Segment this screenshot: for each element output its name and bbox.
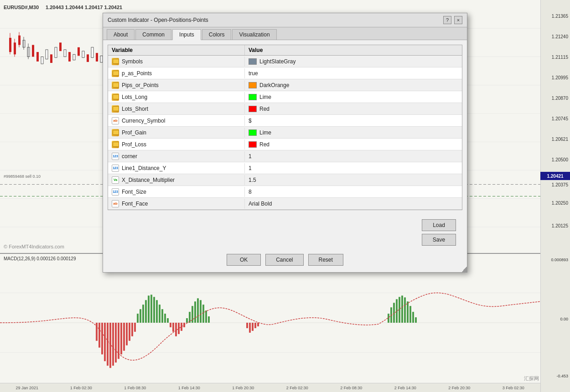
- table-row[interactable]: ab Font_Face Arial Bold: [108, 198, 462, 210]
- table-row[interactable]: Prof_Gain Lime: [108, 127, 462, 139]
- tab-visualization[interactable]: Visualization: [232, 29, 276, 40]
- row-val-distance-y: 1: [245, 164, 462, 173]
- val-text: LightSlateGray: [259, 58, 295, 65]
- table-row[interactable]: 123 Font_Size 8: [108, 186, 462, 198]
- table-row[interactable]: Lots_Long Lime: [108, 91, 462, 103]
- row-var-lots-long: Lots_Long: [108, 92, 245, 102]
- table-header: Variable Value: [108, 45, 462, 56]
- val-text: $: [249, 118, 252, 124]
- folder-icon: [112, 93, 119, 101]
- var-label: Line1_Distance_Y: [122, 165, 166, 171]
- val-text: 1: [249, 165, 252, 171]
- row-val-corner: 1: [245, 152, 462, 161]
- val-text: Red: [259, 141, 269, 148]
- indicator-dialog: Custom Indicator - Open-Positions-Points…: [103, 13, 467, 273]
- val-text: 1: [249, 153, 252, 160]
- folder-icon: [112, 58, 119, 65]
- ok-button[interactable]: OK: [227, 254, 261, 266]
- tab-bar: About Common Inputs Colors Visualization: [103, 27, 467, 40]
- val-text: Arial Bold: [249, 201, 272, 207]
- load-save-buttons: Load Save: [422, 219, 456, 246]
- action-buttons-row: OK Cancel Reset: [103, 250, 467, 272]
- table-row[interactable]: Va X_Distance_Multiplier 1.5: [108, 174, 462, 186]
- huitong-watermark: 汇探网: [524, 375, 539, 382]
- tab-colors[interactable]: Colors: [202, 29, 232, 40]
- dialog-overlay: Custom Indicator - Open-Positions-Points…: [0, 0, 570, 392]
- var-label: Font_Size: [122, 189, 146, 195]
- var-label: X_Distance_Multiplier: [122, 177, 175, 183]
- table-row[interactable]: ab Currency_Symbol $: [108, 115, 462, 127]
- var-label: Prof_Gain: [122, 129, 146, 136]
- table-row[interactable]: Pips_or_Points DarkOrange: [108, 79, 462, 91]
- row-var-corner: 123 corner: [108, 151, 245, 161]
- help-button[interactable]: ?: [443, 16, 451, 24]
- row-val-lots-long: Lime: [245, 93, 462, 102]
- dialog-footer: Load Save: [103, 215, 467, 250]
- row-val-currency: $: [245, 116, 462, 125]
- row-val-p-as-points: true: [245, 69, 462, 78]
- load-button[interactable]: Load: [422, 219, 456, 231]
- numeric-icon: 123: [112, 188, 119, 196]
- table-row[interactable]: Lots_Short Red: [108, 103, 462, 115]
- folder-icon: [112, 82, 119, 89]
- row-val-prof-loss: Red: [245, 140, 462, 149]
- val-text: Lime: [259, 94, 271, 100]
- tab-inputs[interactable]: Inputs: [172, 29, 201, 40]
- color-swatch: [249, 141, 257, 148]
- folder-icon: [112, 141, 119, 148]
- var-label: Font_Face: [122, 201, 148, 207]
- dialog-titlebar: Custom Indicator - Open-Positions-Points…: [103, 13, 467, 27]
- col-variable-header: Variable: [108, 45, 245, 55]
- row-val-x-distance: 1.5: [245, 175, 462, 185]
- row-val-lots-short: Red: [245, 104, 462, 113]
- color-swatch: [249, 129, 257, 136]
- table-row[interactable]: Prof_Loss Red: [108, 139, 462, 150]
- row-val-prof-gain: Lime: [245, 128, 462, 137]
- cancel-button[interactable]: Cancel: [265, 254, 303, 266]
- folder-icon: [112, 105, 119, 113]
- ab-icon: ab: [112, 117, 119, 124]
- val-text: DarkOrange: [259, 82, 289, 88]
- color-swatch: [249, 82, 257, 88]
- row-var-prof-loss: Prof_Loss: [108, 139, 245, 150]
- row-var-x-distance: Va X_Distance_Multiplier: [108, 175, 245, 185]
- val-text: 1.5: [249, 177, 256, 183]
- table-row[interactable]: 123 corner 1: [108, 150, 462, 162]
- inputs-table: Variable Value Symbols LightSlateGray p_: [108, 45, 462, 210]
- var-label: p_as_Points: [122, 70, 152, 77]
- table-row[interactable]: Symbols LightSlateGray: [108, 56, 462, 67]
- row-var-font-size: 123 Font_Size: [108, 187, 245, 197]
- reset-button[interactable]: Reset: [308, 254, 343, 266]
- row-var-currency: ab Currency_Symbol: [108, 116, 245, 126]
- var-label: Pips_or_Points: [122, 82, 159, 88]
- row-var-prof-gain: Prof_Gain: [108, 128, 245, 138]
- dialog-title: Custom Indicator - Open-Positions-Points: [108, 17, 208, 23]
- val-text: Lime: [259, 129, 271, 136]
- var-label: Currency_Symbol: [122, 118, 165, 124]
- row-var-font-face: ab Font_Face: [108, 199, 245, 209]
- dialog-controls: ? ×: [443, 16, 462, 24]
- row-var-symbols: Symbols: [108, 57, 245, 67]
- val-text: Red: [259, 106, 269, 112]
- va-icon: Va: [112, 176, 119, 184]
- var-label: Symbols: [122, 58, 143, 65]
- var-label: corner: [122, 153, 137, 160]
- numeric-icon: 123: [112, 165, 119, 172]
- resize-handle[interactable]: [461, 267, 467, 272]
- ab-icon: ab: [112, 200, 119, 207]
- folder-icon: [112, 70, 119, 77]
- tab-common[interactable]: Common: [135, 29, 171, 40]
- var-label: Lots_Short: [122, 106, 148, 112]
- row-val-font-size: 8: [245, 187, 462, 196]
- val-text: 8: [249, 189, 252, 195]
- col-value-header: Value: [245, 45, 462, 55]
- table-row[interactable]: 123 Line1_Distance_Y 1: [108, 162, 462, 174]
- row-var-p-as-points: p_as_Points: [108, 68, 245, 78]
- save-button[interactable]: Save: [422, 234, 456, 246]
- color-swatch: [249, 106, 257, 112]
- table-row[interactable]: p_as_Points true: [108, 67, 462, 79]
- close-button[interactable]: ×: [454, 16, 462, 24]
- tab-about[interactable]: About: [107, 29, 135, 40]
- row-val-pips: DarkOrange: [245, 81, 462, 90]
- var-label: Prof_Loss: [122, 141, 146, 148]
